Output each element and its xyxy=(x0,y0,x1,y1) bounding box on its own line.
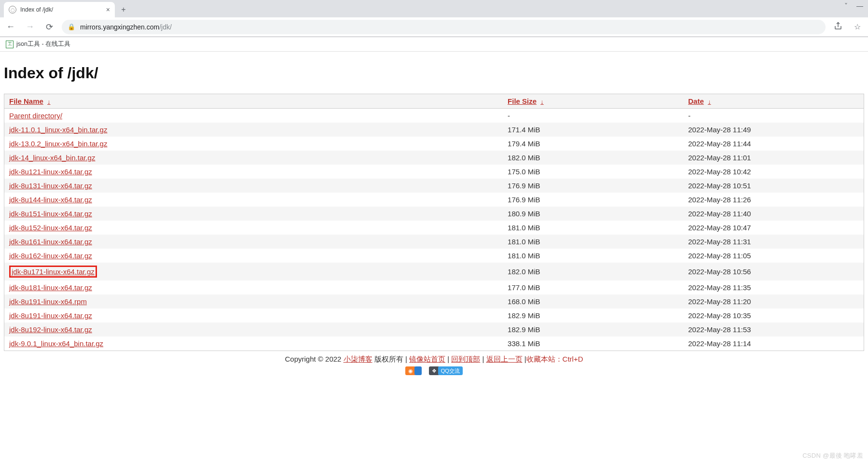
address-bar[interactable]: 🔒 mirrors.yangxingzhen.com/jdk/ xyxy=(62,20,826,34)
cell-date: 2022-May-28 11:26 xyxy=(683,193,864,207)
file-link[interactable]: jdk-8u162-linux-x64.tar.gz xyxy=(9,252,92,260)
cell-filesize: 179.4 MiB xyxy=(503,137,683,151)
back-prev-link[interactable]: 返回上一页 xyxy=(486,355,523,363)
table-row: jdk-9.0.1_linux-x64_bin.tar.gz338.1 MiB2… xyxy=(4,337,864,351)
cell-filesize: 176.9 MiB xyxy=(503,179,683,193)
cell-date: 2022-May-28 11:01 xyxy=(683,151,864,165)
cell-filesize: - xyxy=(503,109,683,123)
rights-text: 版权所有 xyxy=(374,355,405,363)
cell-filesize: 181.0 MiB xyxy=(503,235,683,249)
header-filename[interactable]: File Name ↓ xyxy=(4,94,503,109)
file-link[interactable]: jdk-8u191-linux-x64.rpm xyxy=(9,297,87,306)
table-row: jdk-8u181-linux-x64.tar.gz177.0 MiB2022-… xyxy=(4,281,864,295)
cell-date: 2022-May-28 11:44 xyxy=(683,137,864,151)
cell-filesize: 182.0 MiB xyxy=(503,151,683,165)
cell-filename: jdk-8u131-linux-x64.tar.gz xyxy=(4,179,503,193)
cell-filename: jdk-8u152-linux-x64.tar.gz xyxy=(4,221,503,235)
file-link[interactable]: jdk-13.0.2_linux-x64_bin.tar.gz xyxy=(9,140,107,148)
cell-filesize: 171.4 MiB xyxy=(503,123,683,137)
table-row: jdk-8u191-linux-x64.tar.gz182.9 MiB2022-… xyxy=(4,309,864,323)
cell-filesize: 181.0 MiB xyxy=(503,249,683,263)
bookmarks-bar: 工 json工具 - 在线工具 xyxy=(0,37,868,52)
cell-date: 2022-May-28 11:40 xyxy=(683,207,864,221)
cell-filename: jdk-8u162-linux-x64.tar.gz xyxy=(4,249,503,263)
directory-listing-table: File Name ↓ File Size ↓ Date ↓ Parent di… xyxy=(4,94,864,351)
header-date[interactable]: Date ↓ xyxy=(683,94,864,109)
minimize-icon[interactable]: — xyxy=(856,2,863,10)
blog-link[interactable]: 小柒博客 xyxy=(344,355,372,363)
cell-filename: jdk-8u151-linux-x64.tar.gz xyxy=(4,207,503,221)
share-icon[interactable] xyxy=(831,22,845,32)
file-link[interactable]: jdk-9.0.1_linux-x64_bin.tar.gz xyxy=(9,339,103,348)
cell-filename: jdk-9.0.1_linux-x64_bin.tar.gz xyxy=(4,337,503,351)
new-tab-button[interactable]: + xyxy=(117,3,130,16)
cell-date: 2022-May-28 10:56 xyxy=(683,263,864,281)
cell-date: 2022-May-28 10:51 xyxy=(683,179,864,193)
sort-arrow-icon[interactable]: ↓ xyxy=(708,98,711,105)
browser-chrome: ˅ — ◌ Index of /jdk/ × + ← → ⟳ 🔒 mirrors… xyxy=(0,0,868,37)
file-link[interactable]: jdk-14_linux-x64_bin.tar.gz xyxy=(9,154,95,162)
cell-filesize: 182.9 MiB xyxy=(503,309,683,323)
table-row: jdk-8u161-linux-x64.tar.gz181.0 MiB2022-… xyxy=(4,235,864,249)
close-icon[interactable]: × xyxy=(106,6,110,14)
header-filesize[interactable]: File Size ↓ xyxy=(503,94,683,109)
sort-arrow-icon[interactable]: ↓ xyxy=(47,98,51,105)
copyright-text: Copyright © 2022 xyxy=(285,355,343,363)
browser-tab[interactable]: ◌ Index of /jdk/ × xyxy=(4,2,115,17)
toolbar: ← → ⟳ 🔒 mirrors.yangxingzhen.com/jdk/ ☆ xyxy=(0,17,868,37)
cell-filename: jdk-8u171-linux-x64.tar.gz xyxy=(4,263,503,281)
url-text: mirrors.yangxingzhen.com/jdk/ xyxy=(80,23,172,31)
cell-filesize: 182.0 MiB xyxy=(503,263,683,281)
cell-filesize: 180.9 MiB xyxy=(503,207,683,221)
mirror-home-link[interactable]: 镜像站首页 xyxy=(409,355,445,363)
cell-filename: jdk-8u192-linux-x64.tar.gz xyxy=(4,323,503,337)
table-row: jdk-8u151-linux-x64.tar.gz180.9 MiB2022-… xyxy=(4,207,864,221)
table-row: jdk-8u192-linux-x64.tar.gz182.9 MiB2022-… xyxy=(4,323,864,337)
star-icon[interactable]: ☆ xyxy=(851,22,864,31)
file-link[interactable]: jdk-8u171-linux-x64.tar.gz xyxy=(12,267,95,276)
back-top-link[interactable]: 回到顶部 xyxy=(451,355,480,363)
file-link[interactable]: jdk-8u131-linux-x64.tar.gz xyxy=(9,182,92,190)
reload-button[interactable]: ⟳ xyxy=(42,20,56,34)
page-title: Index of /jdk/ xyxy=(4,64,864,82)
cell-date: 2022-May-28 11:49 xyxy=(683,123,864,137)
file-link[interactable]: jdk-8u151-linux-x64.tar.gz xyxy=(9,210,92,218)
cell-filename: jdk-13.0.2_linux-x64_bin.tar.gz xyxy=(4,137,503,151)
file-link[interactable]: jdk-8u152-linux-x64.tar.gz xyxy=(9,224,92,232)
file-link[interactable]: jdk-8u121-linux-x64.tar.gz xyxy=(9,168,92,176)
table-row: Parent directory/-- xyxy=(4,109,864,123)
table-row: jdk-8u144-linux-x64.tar.gz176.9 MiB2022-… xyxy=(4,193,864,207)
cell-filesize: 182.9 MiB xyxy=(503,323,683,337)
qq-badge-text[interactable]: QQ交流 xyxy=(438,366,463,375)
file-link[interactable]: jdk-11.0.1_linux-x64_bin.tar.gz xyxy=(9,126,107,134)
file-link[interactable]: jdk-8u144-linux-x64.tar.gz xyxy=(9,196,92,204)
table-row: jdk-8u131-linux-x64.tar.gz176.9 MiB2022-… xyxy=(4,179,864,193)
cell-date: 2022-May-28 11:20 xyxy=(683,295,864,309)
cell-filesize: 176.9 MiB xyxy=(503,193,683,207)
file-link[interactable]: jdk-8u161-linux-x64.tar.gz xyxy=(9,238,92,246)
tab-strip: ◌ Index of /jdk/ × + xyxy=(0,0,868,17)
cell-date: 2022-May-28 11:14 xyxy=(683,337,864,351)
forward-button[interactable]: → xyxy=(23,20,37,34)
file-link[interactable]: jdk-8u191-linux-x64.tar.gz xyxy=(9,311,92,320)
file-link[interactable]: Parent directory/ xyxy=(9,112,62,120)
badge-text[interactable] xyxy=(414,366,422,375)
file-link[interactable]: jdk-8u181-linux-x64.tar.gz xyxy=(9,283,92,292)
bookmark-tip: 收藏本站：Ctrl+D xyxy=(526,355,583,363)
bookmark-item[interactable]: json工具 - 在线工具 xyxy=(16,40,70,48)
file-link[interactable]: jdk-8u192-linux-x64.tar.gz xyxy=(9,325,92,334)
cell-filename: jdk-8u161-linux-x64.tar.gz xyxy=(4,235,503,249)
highlight-box: jdk-8u171-linux-x64.tar.gz xyxy=(9,266,97,278)
table-row: jdk-8u162-linux-x64.tar.gz181.0 MiB2022-… xyxy=(4,249,864,263)
cell-filesize: 181.0 MiB xyxy=(503,221,683,235)
sort-arrow-icon[interactable]: ↓ xyxy=(540,98,544,105)
table-row: jdk-8u191-linux-x64.rpm168.0 MiB2022-May… xyxy=(4,295,864,309)
chevron-down-icon[interactable]: ˅ xyxy=(844,2,848,10)
cell-filename: jdk-8u144-linux-x64.tar.gz xyxy=(4,193,503,207)
bookmark-favicon: 工 xyxy=(6,41,14,48)
cell-filename: jdk-8u121-linux-x64.tar.gz xyxy=(4,165,503,179)
cell-filename: jdk-14_linux-x64_bin.tar.gz xyxy=(4,151,503,165)
back-button[interactable]: ← xyxy=(4,20,17,34)
cell-filename: jdk-8u181-linux-x64.tar.gz xyxy=(4,281,503,295)
cell-date: 2022-May-28 10:35 xyxy=(683,309,864,323)
